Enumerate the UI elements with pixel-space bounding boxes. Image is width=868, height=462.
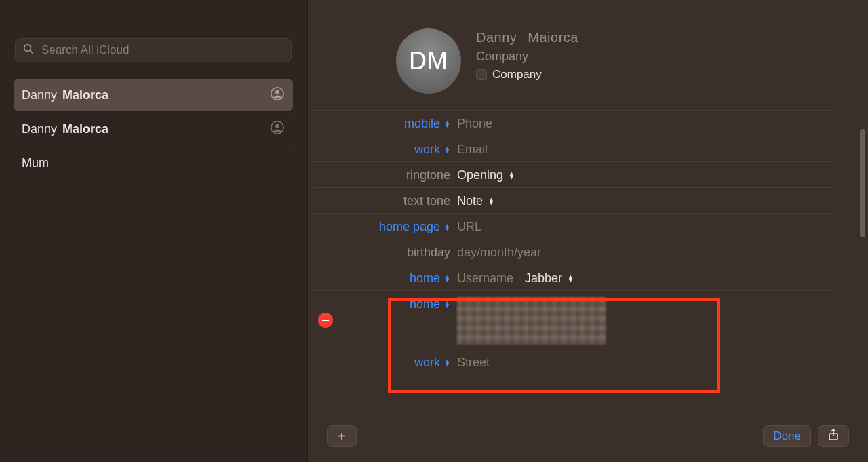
email-value[interactable]: Email bbox=[457, 141, 835, 157]
sidebar: Danny Maiorca Danny Maiorca bbox=[0, 0, 308, 462]
share-icon bbox=[828, 429, 839, 444]
add-button[interactable]: + bbox=[327, 425, 357, 447]
plus-icon: + bbox=[338, 429, 346, 444]
svg-rect-6 bbox=[322, 320, 329, 321]
app-root: Danny Maiorca Danny Maiorca bbox=[0, 0, 868, 462]
contact-row[interactable]: Mum bbox=[14, 147, 293, 179]
contact-row[interactable]: Danny Maiorca bbox=[14, 113, 293, 145]
field-phone[interactable]: mobile ▲▼ Phone bbox=[313, 110, 835, 136]
field-email[interactable]: work ▲▼ Email bbox=[313, 136, 835, 161]
phone-label[interactable]: mobile ▲▼ bbox=[338, 115, 457, 131]
last-name-field[interactable]: Maiorca bbox=[528, 30, 578, 45]
chevron-updown-icon[interactable]: ▲▼ bbox=[444, 360, 450, 366]
ringtone-label: ringtone bbox=[338, 167, 457, 182]
contact-first-name: Danny bbox=[22, 88, 57, 102]
contact-first-name: Danny bbox=[22, 122, 57, 136]
field-address-home[interactable]: home ▲▼ bbox=[313, 290, 835, 349]
chevron-updown-icon[interactable]: ▲▼ bbox=[444, 224, 450, 231]
company-checkbox[interactable] bbox=[476, 69, 487, 80]
field-address-work[interactable]: work ▲▼ Street bbox=[313, 349, 835, 375]
svg-point-3 bbox=[275, 90, 279, 94]
contact-silhouette-icon bbox=[270, 120, 285, 138]
phone-value[interactable]: Phone bbox=[457, 115, 835, 131]
contact-row[interactable]: Danny Maiorca bbox=[14, 79, 293, 111]
contact-silhouette-icon bbox=[270, 86, 285, 104]
field-ringtone[interactable]: ringtone Opening ▲▼ bbox=[313, 161, 835, 187]
svg-point-0 bbox=[24, 44, 31, 51]
contact-list: Danny Maiorca Danny Maiorca bbox=[0, 75, 307, 179]
first-name-field[interactable]: Danny bbox=[476, 30, 517, 45]
contact-last-name: Maiorca bbox=[62, 88, 108, 102]
im-value[interactable]: Username Jabber ▲▼ bbox=[457, 270, 835, 286]
field-birthday[interactable]: birthday day/month/year bbox=[313, 239, 835, 265]
chevron-updown-icon[interactable]: ▲▼ bbox=[444, 275, 450, 282]
email-label[interactable]: work ▲▼ bbox=[338, 141, 457, 157]
svg-point-5 bbox=[275, 124, 279, 128]
homepage-value[interactable]: URL bbox=[457, 218, 835, 234]
header-fields: Danny Maiorca Company Company bbox=[476, 28, 578, 94]
texttone-value[interactable]: Note ▲▼ bbox=[457, 193, 835, 208]
avatar[interactable]: DM bbox=[396, 28, 461, 94]
company-checkbox-row[interactable]: Company bbox=[476, 68, 578, 81]
search-container bbox=[0, 0, 307, 75]
field-list: mobile ▲▼ Phone work ▲▼ Email ringtone O… bbox=[308, 110, 868, 419]
chevron-updown-icon[interactable]: ▲▼ bbox=[488, 198, 494, 205]
search-icon bbox=[22, 43, 35, 58]
chevron-updown-icon[interactable]: ▲▼ bbox=[509, 172, 515, 179]
birthday-label: birthday bbox=[338, 244, 457, 260]
contact-last-name: Maiorca bbox=[62, 122, 108, 136]
ringtone-value[interactable]: Opening ▲▼ bbox=[457, 167, 835, 182]
address-work-label[interactable]: work ▲▼ bbox=[338, 354, 457, 370]
texttone-label: text tone bbox=[338, 193, 457, 208]
footer: + Done bbox=[308, 419, 868, 462]
address-work-value[interactable]: Street bbox=[457, 354, 835, 370]
redacted-address bbox=[457, 297, 606, 345]
field-texttone[interactable]: text tone Note ▲▼ bbox=[313, 187, 835, 213]
chevron-updown-icon[interactable]: ▲▼ bbox=[444, 121, 450, 128]
address-home-value[interactable] bbox=[457, 296, 835, 345]
address-home-label[interactable]: home ▲▼ bbox=[338, 296, 457, 311]
remove-button[interactable] bbox=[318, 313, 333, 328]
chevron-updown-icon[interactable]: ▲▼ bbox=[568, 275, 574, 282]
share-button[interactable] bbox=[818, 425, 849, 447]
name-row[interactable]: Danny Maiorca bbox=[476, 30, 578, 45]
field-im[interactable]: home ▲▼ Username Jabber ▲▼ bbox=[313, 265, 835, 290]
chevron-updown-icon[interactable]: ▲▼ bbox=[444, 301, 450, 308]
company-checkbox-label: Company bbox=[492, 68, 542, 81]
contact-first-name: Mum bbox=[22, 156, 49, 170]
search-input[interactable] bbox=[40, 43, 284, 58]
company-field[interactable]: Company bbox=[476, 50, 578, 64]
im-label[interactable]: home ▲▼ bbox=[338, 270, 457, 286]
contact-detail: DM Danny Maiorca Company Company mobile bbox=[308, 0, 868, 462]
avatar-initials: DM bbox=[409, 47, 448, 75]
chevron-updown-icon[interactable]: ▲▼ bbox=[444, 147, 450, 153]
search-field[interactable] bbox=[15, 38, 292, 62]
done-button[interactable]: Done bbox=[763, 425, 811, 447]
svg-line-1 bbox=[30, 50, 33, 54]
field-homepage[interactable]: home page ▲▼ URL bbox=[313, 213, 835, 239]
homepage-label[interactable]: home page ▲▼ bbox=[338, 218, 457, 234]
birthday-value[interactable]: day/month/year bbox=[457, 244, 835, 260]
card-header: DM Danny Maiorca Company Company bbox=[308, 0, 868, 110]
